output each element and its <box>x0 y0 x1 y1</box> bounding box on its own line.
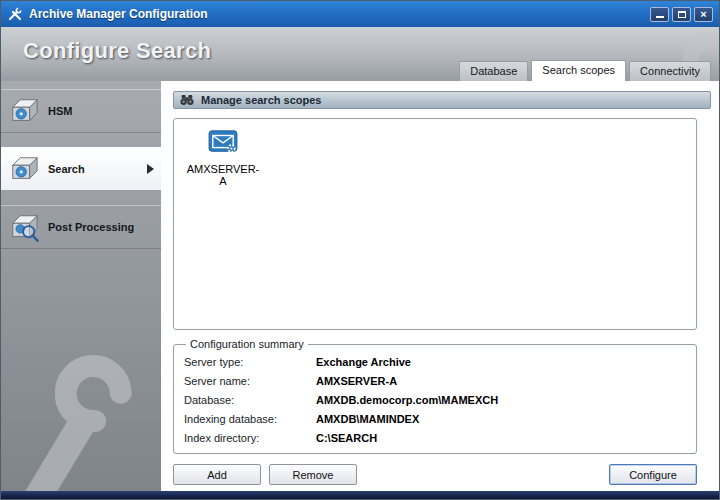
summary-row-value: Exchange Archive <box>316 356 686 368</box>
add-button[interactable]: Add <box>173 464 261 485</box>
summary-legend: Configuration summary <box>186 338 308 350</box>
mail-server-icon <box>208 129 238 155</box>
post-processing-icon <box>9 212 39 242</box>
search-server-icon <box>9 154 39 184</box>
sidebar-item-post-processing[interactable]: Post Processing <box>1 205 161 249</box>
maximize-icon <box>678 11 686 18</box>
sidebar-item-label: HSM <box>48 105 72 117</box>
configuration-summary: Configuration summary Server type: Excha… <box>173 338 697 454</box>
summary-row-value: AMXDB.democorp.com\MAMEXCH <box>316 394 686 406</box>
window-title: Archive Manager Configuration <box>29 7 208 21</box>
window: Archive Manager Configuration × Configur… <box>0 0 720 500</box>
sidebar-item-label: Search <box>48 163 85 175</box>
sidebar-item-label: Post Processing <box>48 221 134 233</box>
sidebar-item-search[interactable]: Search <box>1 147 161 191</box>
scope-item[interactable]: AMXSERVER-A <box>184 129 262 187</box>
tab-database[interactable]: Database <box>459 61 528 81</box>
sidebar-item-hsm[interactable]: HSM <box>1 89 161 133</box>
page-title: Configure Search <box>23 38 211 64</box>
selected-arrow-icon <box>147 164 154 174</box>
header: Configure Search Database Search scopes … <box>1 27 719 81</box>
summary-row-label: Index directory: <box>184 432 316 444</box>
close-icon: × <box>700 9 706 20</box>
tab-bar: Database Search scopes Connectivity <box>459 60 711 81</box>
scope-item-label: AMXSERVER-A <box>184 163 262 187</box>
binoculars-icon <box>179 94 195 106</box>
wrench-watermark <box>1 324 161 493</box>
summary-row-value: AMXSERVER-A <box>316 375 686 387</box>
footer-strip <box>1 491 719 499</box>
titlebar: Archive Manager Configuration × <box>1 1 719 27</box>
button-row: Add Remove Configure <box>173 464 697 485</box>
window-controls: × <box>650 7 713 22</box>
section-header: Manage search scopes <box>173 91 711 109</box>
tools-icon <box>7 6 23 22</box>
minimize-button[interactable] <box>650 7 669 22</box>
summary-row-label: Server type: <box>184 356 316 368</box>
tab-search-scopes[interactable]: Search scopes <box>531 60 626 81</box>
summary-row-label: Database: <box>184 394 316 406</box>
section-header-label: Manage search scopes <box>201 94 321 106</box>
minimize-icon <box>656 16 664 18</box>
configure-button[interactable]: Configure <box>609 464 697 485</box>
main-panel: Manage search scopes AMXSERVER-A Configu… <box>161 81 720 493</box>
maximize-button[interactable] <box>672 7 691 22</box>
sidebar: HSM Search <box>1 81 161 493</box>
tab-connectivity[interactable]: Connectivity <box>629 61 711 81</box>
search-scope-list[interactable]: AMXSERVER-A <box>173 118 697 330</box>
summary-row-value: AMXDB\MAMINDEX <box>316 413 686 425</box>
summary-row-label: Indexing database: <box>184 413 316 425</box>
remove-button[interactable]: Remove <box>269 464 357 485</box>
summary-row-value: C:\SEARCH <box>316 432 686 444</box>
hsm-server-icon <box>9 96 39 126</box>
summary-row-label: Server name: <box>184 375 316 387</box>
close-button[interactable]: × <box>694 7 713 22</box>
summary-rows: Server type: Exchange Archive Server nam… <box>184 356 686 444</box>
